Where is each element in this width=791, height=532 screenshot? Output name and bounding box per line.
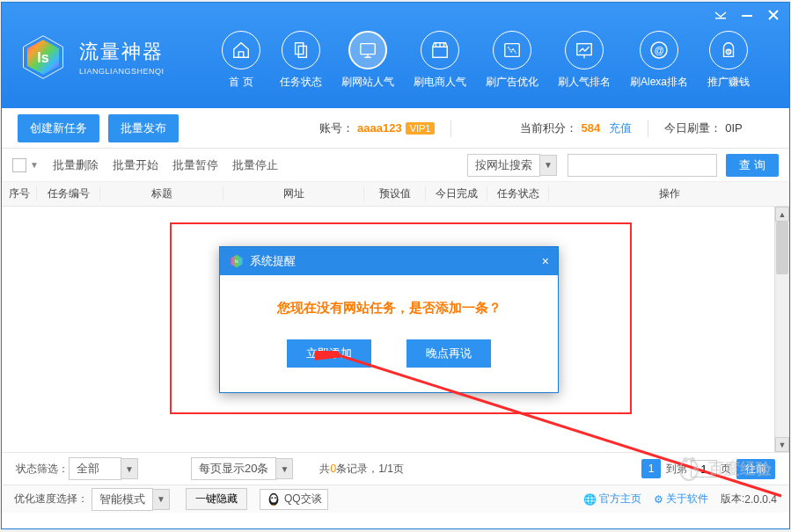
vip-badge: VIP1 <box>406 122 436 135</box>
batch-start-link[interactable]: 批量开始 <box>113 157 158 173</box>
svg-rect-1 <box>742 15 752 17</box>
total-records: 共0条记录，1/1页 <box>319 462 403 477</box>
nav-earn-money[interactable]: $推广赚钱 <box>707 31 750 90</box>
table-header: 序号 任务编号 标题 网址 预设值 今日完成 任务状态 操作 <box>2 182 789 207</box>
svg-text:@: @ <box>654 45 663 55</box>
action-bar: ▼ 批量删除 批量开始 批量暂停 批量停止 按网址搜索 ▼ 查 询 <box>2 149 789 182</box>
col-today: 今日完成 <box>426 186 487 201</box>
dialog-message: 您现在没有网站任务，是否添加一条？ <box>238 300 540 317</box>
speed-mode-select[interactable]: 智能模式 <box>92 488 153 511</box>
search-input[interactable] <box>568 154 717 177</box>
svg-text:ls: ls <box>37 49 49 65</box>
per-page-arrow-icon[interactable]: ▼ <box>275 458 293 479</box>
vertical-scrollbar[interactable]: ▲ ▼ <box>774 207 789 452</box>
toolbar: 创建新任务 批量发布 账号： aaaa123 VIP1 当前积分： 584 充值… <box>2 108 789 149</box>
col-url: 网址 <box>223 186 364 201</box>
brand-title: 流量神器 <box>79 39 165 65</box>
points-value: 584 <box>581 121 600 135</box>
col-title: 标题 <box>100 186 223 201</box>
page-current[interactable]: 1 <box>641 459 661 478</box>
svg-rect-0 <box>715 18 726 19</box>
system-dialog: ls 系统提醒 × 您现在没有网站任务，是否添加一条？ 立即添加 晚点再说 <box>219 246 559 393</box>
col-preset: 预设值 <box>364 186 426 201</box>
svg-text:$: $ <box>727 49 730 55</box>
scroll-thumb[interactable] <box>776 222 788 274</box>
svg-rect-6 <box>298 46 306 57</box>
nav-popularity-rank[interactable]: 刷人气排名 <box>558 31 611 90</box>
search-type-select[interactable]: 按网址搜索 <box>467 154 540 177</box>
col-operation: 操作 <box>549 186 789 201</box>
app-header: ls 流量神器 LIANGLIANGSHENQI 首 页 任务状态 刷网站人气 … <box>2 3 789 108</box>
col-id: 任务编号 <box>37 186 100 201</box>
status-filter-select[interactable]: 全部 <box>69 457 121 480</box>
search-button[interactable]: 查 询 <box>726 154 779 177</box>
main-nav: 首 页 任务状态 刷网站人气 刷电商人气 刷广告优化 刷人气排名 @刷Alexa… <box>222 31 750 90</box>
nav-alexa-rank[interactable]: @刷Alexa排名 <box>630 31 688 90</box>
col-sn: 序号 <box>2 186 37 201</box>
batch-delete-link[interactable]: 批量删除 <box>53 157 99 173</box>
brand-subtitle: LIANGLIANGSHENQI <box>79 67 165 76</box>
select-dropdown-icon[interactable]: ▼ <box>30 160 39 170</box>
dialog-logo-icon: ls <box>229 253 245 269</box>
qq-chat-link[interactable]: QQ交谈 <box>260 489 328 510</box>
qq-icon <box>266 492 282 507</box>
scroll-up-icon[interactable]: ▲ <box>775 207 789 222</box>
svg-point-16 <box>270 494 276 502</box>
new-task-button[interactable]: 创建新任务 <box>18 114 99 142</box>
per-page-select[interactable]: 每页显示20条 <box>191 457 276 480</box>
version-label: 版本: <box>721 492 744 506</box>
menu-icon[interactable] <box>714 8 728 22</box>
batch-pause-link[interactable]: 批量暂停 <box>172 157 218 173</box>
today-label: 今日刷量： <box>664 120 721 136</box>
gear-icon: ⚙ <box>654 493 663 506</box>
close-icon[interactable] <box>766 8 780 22</box>
col-status: 任务状态 <box>487 186 549 201</box>
dialog-title: 系统提醒 <box>250 253 296 269</box>
svg-point-18 <box>275 497 276 499</box>
account-label: 账号： <box>319 120 354 136</box>
version-value: 2.0.0.4 <box>744 493 777 506</box>
svg-text:ls: ls <box>235 259 238 264</box>
dialog-confirm-button[interactable]: 立即添加 <box>287 339 371 368</box>
speed-mode-arrow-icon[interactable]: ▼ <box>152 489 170 510</box>
nav-website-traffic[interactable]: 刷网站人气 <box>341 31 394 90</box>
svg-rect-8 <box>433 47 448 57</box>
about-link[interactable]: ⚙关于软件 <box>654 492 708 506</box>
dialog-cancel-button[interactable]: 晚点再说 <box>406 339 491 368</box>
nav-task-status[interactable]: 任务状态 <box>280 31 322 90</box>
watermark: 百度经验 <box>670 449 784 490</box>
official-home-link[interactable]: 🌐官方主页 <box>583 492 641 506</box>
search-type-arrow-icon[interactable]: ▼ <box>539 155 557 176</box>
account-name: aaaa123 <box>357 121 402 135</box>
speed-label: 优化速度选择： <box>14 492 88 506</box>
svg-point-24 <box>690 457 695 463</box>
svg-point-23 <box>683 457 688 463</box>
nav-ad-optimize[interactable]: 刷广告优化 <box>486 31 538 90</box>
minimize-icon[interactable] <box>740 8 754 22</box>
dialog-close-icon[interactable]: × <box>542 254 549 268</box>
nav-ecommerce[interactable]: 刷电商人气 <box>414 31 466 90</box>
globe-icon: 🌐 <box>583 493 597 506</box>
select-all-checkbox[interactable] <box>12 158 26 172</box>
hide-button[interactable]: 一键隐藏 <box>186 488 247 510</box>
svg-point-26 <box>693 466 699 471</box>
svg-rect-5 <box>296 43 304 55</box>
svg-text:百度经验: 百度经验 <box>707 460 773 477</box>
recharge-link[interactable]: 充值 <box>609 120 632 136</box>
status-filter-label: 状态筛选： <box>16 462 69 477</box>
today-value: 0IP <box>725 121 743 135</box>
batch-publish-button[interactable]: 批量发布 <box>108 114 179 142</box>
nav-home[interactable]: 首 页 <box>222 31 260 90</box>
svg-point-25 <box>679 466 685 471</box>
svg-point-17 <box>271 497 273 499</box>
app-logo: ls 流量神器 LIANGLIANGSHENQI <box>19 33 165 81</box>
batch-stop-link[interactable]: 批量停止 <box>232 157 278 173</box>
svg-rect-7 <box>361 44 376 55</box>
points-label: 当前积分： <box>520 120 577 136</box>
status-filter-arrow-icon[interactable]: ▼ <box>121 458 138 479</box>
